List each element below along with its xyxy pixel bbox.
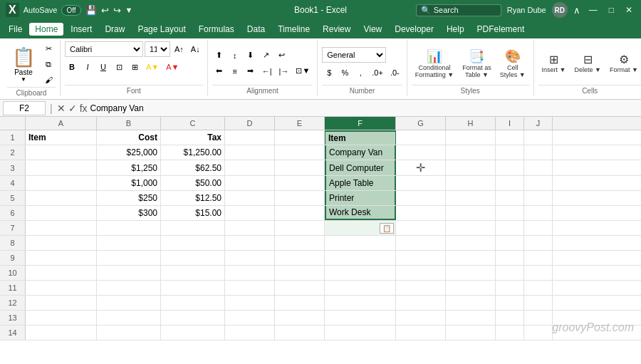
copy-button[interactable]: ⧉ (41, 57, 56, 71)
cell-reference-box[interactable] (3, 101, 46, 115)
cell-g5[interactable] (396, 191, 446, 205)
cell-e5[interactable] (275, 191, 325, 205)
cell-b6[interactable]: $300 (97, 206, 161, 220)
cell-b5[interactable]: $250 (97, 191, 161, 205)
cell-g3[interactable]: ✛ (396, 160, 446, 175)
cell-j11[interactable] (524, 281, 553, 295)
cell-j10[interactable] (524, 266, 553, 280)
menu-page-layout[interactable]: Page Layout (132, 23, 191, 36)
cell-h3[interactable] (446, 160, 496, 175)
cell-b14[interactable] (97, 326, 161, 340)
cell-i1[interactable] (496, 130, 524, 145)
menu-review[interactable]: Review (317, 23, 356, 36)
cell-i4[interactable] (496, 176, 524, 190)
cell-h9[interactable] (446, 251, 496, 265)
comma-format-button[interactable]: , (353, 66, 368, 80)
cell-c6[interactable]: $15.00 (161, 206, 225, 220)
cell-a14[interactable] (26, 326, 97, 340)
cell-j5[interactable] (524, 191, 553, 205)
ribbon-collapse-icon[interactable]: ∧ (573, 5, 580, 16)
cell-a12[interactable] (26, 296, 97, 310)
cell-j4[interactable] (524, 176, 553, 190)
cell-i8[interactable] (496, 236, 524, 250)
row-number-6[interactable]: 6 (0, 206, 26, 220)
decrease-font-btn[interactable]: A↓ (188, 42, 203, 56)
format-as-table-button[interactable]: 📑 Format as Table ▼ (459, 43, 495, 83)
menu-view[interactable]: View (358, 23, 387, 36)
delete-cells-button[interactable]: ⊟ Delete ▼ (571, 43, 605, 83)
insert-cells-button[interactable]: ⊞ Insert ▼ (538, 43, 570, 83)
cell-e13[interactable] (275, 311, 325, 325)
cell-d10[interactable] (225, 266, 275, 280)
row-number-10[interactable]: 10 (0, 266, 26, 280)
cell-a10[interactable] (26, 266, 97, 280)
cell-d1[interactable] (225, 130, 275, 145)
italic-button[interactable]: I (80, 60, 95, 74)
cell-j14[interactable] (524, 326, 553, 340)
cell-g9[interactable] (396, 251, 446, 265)
cell-f4[interactable]: Apple Table (325, 176, 396, 190)
cell-h12[interactable] (446, 296, 496, 310)
cell-h7[interactable] (446, 221, 496, 235)
autosave-toggle[interactable]: Off (61, 5, 80, 16)
menu-insert[interactable]: Insert (65, 23, 98, 36)
cancel-formula-icon[interactable]: ✕ (57, 103, 66, 114)
cell-e12[interactable] (275, 296, 325, 310)
wrap-text-button[interactable]: ↩ (275, 48, 289, 63)
menu-draw[interactable]: Draw (99, 23, 130, 36)
row-number-4[interactable]: 4 (0, 176, 26, 190)
cell-f10[interactable] (325, 266, 396, 280)
col-header-f[interactable]: F (325, 117, 396, 130)
cell-g6[interactable] (396, 206, 446, 220)
cell-f7[interactable]: 📋 (325, 221, 396, 235)
borders-button[interactable]: ⊞ (127, 60, 142, 74)
cell-b7[interactable] (97, 221, 161, 235)
cell-j1[interactable] (524, 130, 553, 145)
cell-a5[interactable] (26, 191, 97, 205)
col-header-e[interactable]: E (275, 117, 325, 130)
cell-d5[interactable] (225, 191, 275, 205)
number-format-select[interactable]: General (322, 47, 386, 63)
decrease-decimal-button[interactable]: .0- (387, 66, 402, 80)
col-header-i[interactable]: I (496, 117, 524, 130)
cell-a3[interactable] (26, 160, 97, 175)
cell-i9[interactable] (496, 251, 524, 265)
cell-c12[interactable] (161, 296, 225, 310)
cell-h4[interactable] (446, 176, 496, 190)
percent-format-button[interactable]: % (338, 66, 352, 80)
col-header-c[interactable]: C (161, 117, 225, 130)
cell-j8[interactable] (524, 236, 553, 250)
cell-b1[interactable]: Cost (97, 130, 161, 145)
window-close-btn[interactable]: ✕ (622, 5, 635, 15)
cell-h14[interactable] (446, 326, 496, 340)
cell-styles-button[interactable]: 🎨 Cell Styles ▼ (496, 43, 529, 83)
cell-f9[interactable] (325, 251, 396, 265)
align-top-button[interactable]: ⬆ (212, 48, 226, 63)
cell-c5[interactable]: $12.50 (161, 191, 225, 205)
row-number-14[interactable]: 14 (0, 326, 26, 340)
cell-e7[interactable] (275, 221, 325, 235)
cell-j13[interactable] (524, 311, 553, 325)
cell-f2[interactable]: Company Van (325, 145, 396, 160)
cell-h8[interactable] (446, 236, 496, 250)
cell-d8[interactable] (225, 236, 275, 250)
cell-c11[interactable] (161, 281, 225, 295)
cell-g2[interactable] (396, 145, 446, 160)
cell-f11[interactable] (325, 281, 396, 295)
increase-font-btn[interactable]: A↑ (172, 42, 187, 56)
align-center-button[interactable]: ≡ (228, 64, 242, 78)
cell-e1[interactable] (275, 130, 325, 145)
cell-i11[interactable] (496, 281, 524, 295)
cell-h13[interactable] (446, 311, 496, 325)
row-number-12[interactable]: 12 (0, 296, 26, 310)
cell-a2[interactable] (26, 145, 97, 160)
paste-button[interactable]: 📋 Paste ▼ (7, 41, 40, 87)
window-maximize-btn[interactable]: □ (606, 5, 617, 15)
cell-d13[interactable] (225, 311, 275, 325)
cell-c10[interactable] (161, 266, 225, 280)
cell-f12[interactable] (325, 296, 396, 310)
cell-a9[interactable] (26, 251, 97, 265)
cell-a7[interactable] (26, 221, 97, 235)
confirm-formula-icon[interactable]: ✓ (68, 103, 77, 114)
menu-file[interactable]: File (3, 23, 28, 36)
